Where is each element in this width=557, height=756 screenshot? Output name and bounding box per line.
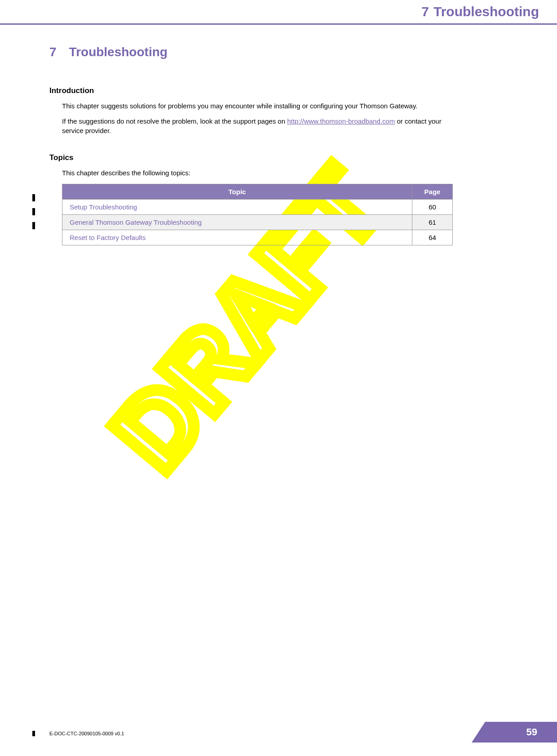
page-footer: E-DOC-CTC-20090105-0009 v0.1 59 [0, 720, 557, 743]
chapter-heading: 7 Troubleshooting [49, 45, 508, 59]
topic-page: 60 [412, 200, 453, 215]
table-row: Setup Troubleshooting 60 [62, 200, 453, 215]
table-header-row: Topic Page [62, 184, 453, 200]
intro-heading: Introduction [49, 86, 508, 95]
intro-paragraph-2: If the suggestions do not resolve the pr… [62, 117, 457, 135]
topics-heading: Topics [49, 153, 508, 162]
intro-p2-lead: If the suggestions do not resolve the pr… [62, 117, 287, 125]
intro-paragraph-1: This chapter suggests solutions for prob… [62, 102, 457, 111]
table-row: Reset to Factory Defaults 64 [62, 230, 453, 245]
topics-section: Topics This chapter describes the follow… [49, 153, 508, 245]
page-content: 7 Troubleshooting Introduction This chap… [49, 45, 508, 245]
topic-link[interactable]: Setup Troubleshooting [62, 200, 412, 215]
change-bar-icon [32, 208, 35, 215]
chapter-number: 7 [49, 45, 57, 59]
topics-intro: This chapter describes the following top… [62, 169, 457, 178]
topic-page: 64 [412, 230, 453, 245]
chapter-title: Troubleshooting [69, 45, 168, 59]
running-header: 7 Troubleshooting [0, 0, 557, 23]
header-divider [0, 23, 557, 25]
page-number: 59 [526, 726, 537, 738]
header-chapter-title: Troubleshooting [433, 4, 539, 19]
topics-table: Topic Page Setup Troubleshooting 60 Gene… [62, 184, 453, 245]
change-bar-icon [32, 222, 35, 229]
topic-link[interactable]: Reset to Factory Defaults [62, 230, 412, 245]
support-link[interactable]: http://www.thomson-broadband.com [287, 117, 395, 125]
svg-marker-1 [472, 722, 557, 743]
table-row: General Thomson Gateway Troubleshooting … [62, 215, 453, 230]
intro-section: Introduction This chapter suggests solut… [49, 86, 508, 135]
topic-page: 61 [412, 215, 453, 230]
header-chapter-number: 7 [421, 4, 429, 19]
change-bar-icon [32, 194, 35, 201]
col-topic-header: Topic [62, 184, 412, 200]
topic-link[interactable]: General Thomson Gateway Troubleshooting [62, 215, 412, 230]
col-page-header: Page [412, 184, 453, 200]
doc-id: E-DOC-CTC-20090105-0009 v0.1 [49, 731, 124, 736]
change-bar-icon [32, 731, 35, 736]
page-number-badge: 59 [472, 722, 557, 743]
